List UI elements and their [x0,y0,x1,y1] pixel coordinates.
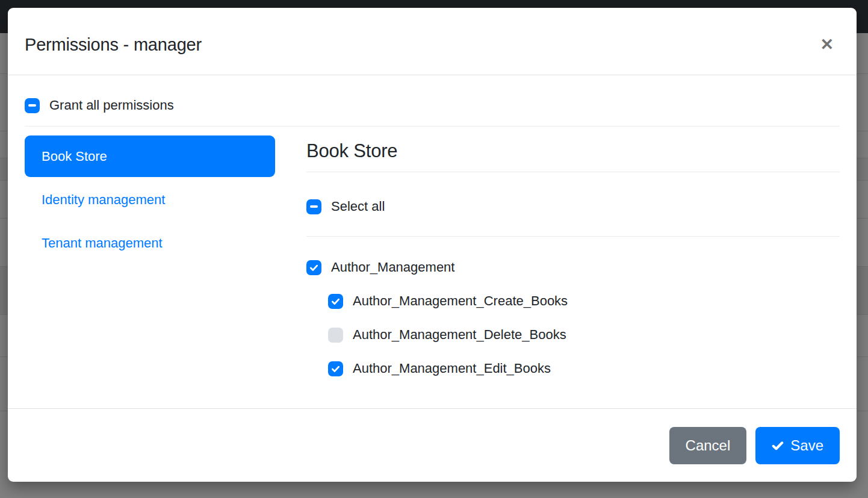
permission-label: Author_Management_Delete_Books [353,327,566,343]
check-icon [772,440,784,452]
permission-checkbox-author-management-create-books[interactable] [328,294,343,309]
select-all-label: Select all [331,199,385,214]
save-button[interactable]: Save [755,427,840,464]
divider [306,236,840,237]
permission-row-author-management[interactable]: Author_Management [306,260,840,275]
grant-all-checkbox[interactable] [25,98,40,113]
permission-group-panel: Book Store Select all Author_ManagementA… [306,135,840,394]
modal-header: Permissions - manager ✕ [8,8,857,75]
modal-body: Grant all permissions Book StoreIdentity… [8,75,857,408]
cancel-button[interactable]: Cancel [669,427,747,464]
permission-group-heading: Book Store [306,135,840,172]
divider [306,172,840,172]
permission-row-author-management-delete-books[interactable]: Author_Management_Delete_Books [328,327,840,343]
tab-book-store[interactable]: Book Store [25,135,275,177]
permissions-modal: Permissions - manager ✕ Grant all permis… [8,8,857,482]
permission-label: Author_Management_Create_Books [353,293,568,309]
grant-all-permissions-checkbox-row[interactable]: Grant all permissions [25,98,840,113]
close-icon: ✕ [820,36,834,54]
permission-row-author-management-edit-books[interactable]: Author_Management_Edit_Books [328,361,840,376]
save-label: Save [790,437,823,454]
permission-group-tabs: Book StoreIdentity managementTenant mana… [25,135,275,394]
permission-row-author-management-create-books[interactable]: Author_Management_Create_Books [328,293,840,309]
permission-checkbox-author-management-edit-books[interactable] [328,361,343,376]
permission-label: Author_Management [331,260,454,275]
tab-identity-management[interactable]: Identity management [25,179,275,220]
permission-checkbox-author-management[interactable] [306,260,321,275]
modal-footer: Cancel Save [8,408,857,482]
permission-label: Author_Management_Edit_Books [353,361,551,376]
divider [25,126,840,126]
select-all-checkbox[interactable] [306,199,321,214]
modal-title: Permissions - manager [25,35,202,55]
permissions-columns: Book StoreIdentity managementTenant mana… [25,135,840,394]
screen: Permissions - manager ✕ Grant all permis… [0,0,868,498]
select-all-checkbox-row[interactable]: Select all [306,199,840,214]
permission-checkbox-author-management-delete-books[interactable] [328,328,343,343]
tab-tenant-management[interactable]: Tenant management [25,222,275,264]
permission-list: Author_ManagementAuthor_Management_Creat… [306,260,840,376]
grant-all-label: Grant all permissions [49,98,174,113]
close-button[interactable]: ✕ [815,34,839,55]
